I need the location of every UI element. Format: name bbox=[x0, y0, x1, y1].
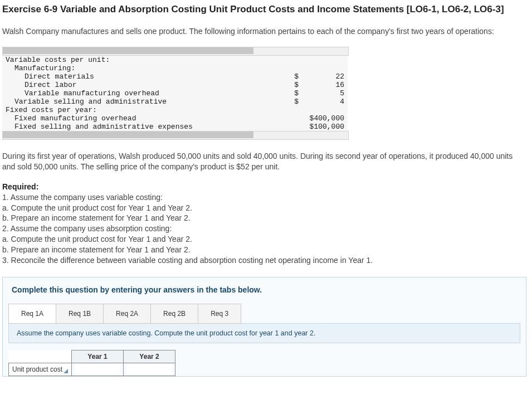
tab-req-1a[interactable]: Req 1A bbox=[8, 304, 56, 324]
exercise-title: Exercise 6-9 Variable and Absorption Cos… bbox=[2, 3, 526, 16]
answer-instruction: Complete this question by entering your … bbox=[3, 285, 526, 303]
val-vmo: 5 bbox=[302, 89, 348, 98]
tabs-row: Req 1A Req 1B Req 2A Req 2B Req 3 bbox=[3, 303, 526, 323]
input-year-2[interactable] bbox=[127, 364, 172, 374]
req-2a: a. Compute the unit product cost for Yea… bbox=[2, 234, 526, 245]
label-fsa: Fixed selling and administrative expense… bbox=[2, 123, 284, 131]
req-1b: b. Prepare an income statement for Year … bbox=[2, 213, 526, 223]
scroll-bar-bottom[interactable] bbox=[2, 131, 349, 140]
tab-req-1b[interactable]: Req 1B bbox=[56, 304, 104, 324]
req-2: 2. Assume the company uses absorption co… bbox=[2, 223, 526, 234]
intro-paragraph: Walsh Company manufactures and sells one… bbox=[2, 26, 526, 37]
tab-req-3[interactable]: Req 3 bbox=[198, 304, 241, 324]
required-list: 1. Assume the company uses variable cost… bbox=[2, 192, 526, 266]
label-fmo: Fixed manufacturing overhead bbox=[2, 114, 284, 123]
req-1: 1. Assume the company uses variable cost… bbox=[2, 192, 526, 203]
label-direct-materials: Direct materials bbox=[2, 72, 284, 81]
label-direct-labor: Direct labor bbox=[2, 81, 284, 89]
sub-instruction: Assume the company uses variable costing… bbox=[8, 323, 520, 343]
sym-vmo: $ bbox=[284, 89, 302, 98]
req-1a: a. Compute the unit product cost for Yea… bbox=[2, 203, 526, 213]
heading-fixed-costs: Fixed costs per year: bbox=[2, 106, 348, 114]
row-unit-product-cost: Unit product cost bbox=[9, 363, 72, 376]
mid-paragraph: During its first year of operations, Wal… bbox=[2, 151, 526, 172]
cost-table: Variable costs per unit: Manufacturing: … bbox=[2, 56, 348, 131]
sym-vsa: $ bbox=[284, 98, 302, 106]
answer-panel: Complete this question by entering your … bbox=[2, 277, 526, 377]
req-3: 3. Reconcile the difference between vari… bbox=[2, 255, 526, 266]
tab-req-2b[interactable]: Req 2B bbox=[150, 304, 198, 324]
heading-variable-costs: Variable costs per unit: bbox=[2, 56, 348, 64]
required-heading: Required: bbox=[2, 182, 526, 191]
col-year-1: Year 1 bbox=[72, 350, 124, 363]
label-vsa: Variable selling and administrative bbox=[2, 98, 284, 106]
val-fmo: $400,000 bbox=[302, 114, 348, 123]
col-year-2: Year 2 bbox=[124, 350, 175, 363]
val-dl: 16 bbox=[302, 81, 348, 89]
sym-dl: $ bbox=[284, 81, 302, 89]
answer-grid: Year 1 Year 2 Unit product cost bbox=[8, 350, 175, 376]
heading-manufacturing: Manufacturing: bbox=[2, 64, 348, 72]
val-fsa: $100,000 bbox=[302, 123, 348, 131]
val-vsa: 4 bbox=[302, 98, 348, 106]
label-vmo: Variable manufacturing overhead bbox=[2, 89, 284, 98]
cost-box: Variable costs per unit: Manufacturing: … bbox=[2, 47, 526, 140]
val-dm: 22 bbox=[302, 72, 348, 81]
tab-req-2a[interactable]: Req 2A bbox=[103, 304, 151, 324]
req-2b: b. Prepare an income statement for Year … bbox=[2, 245, 526, 255]
scroll-bar-top[interactable] bbox=[2, 47, 349, 56]
input-year-1[interactable] bbox=[75, 364, 120, 374]
expand-icon[interactable] bbox=[64, 369, 68, 373]
sym-dm: $ bbox=[284, 72, 302, 81]
